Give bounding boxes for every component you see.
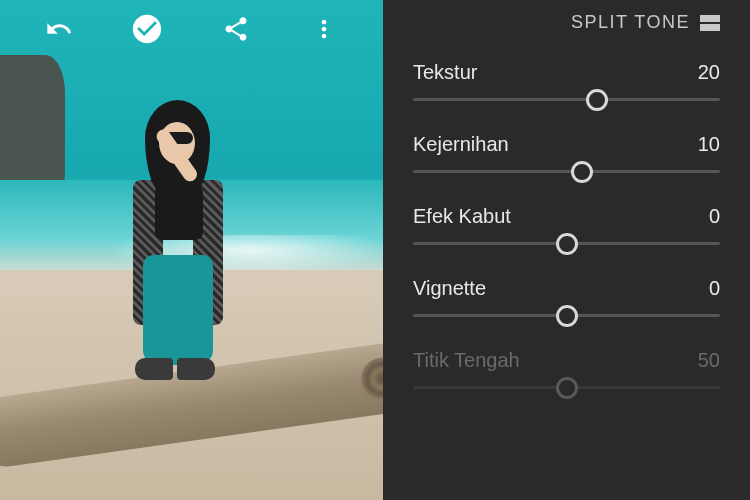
slider-thumb[interactable] — [586, 89, 608, 111]
slider-label: Efek Kabut — [413, 205, 511, 228]
panel-tab-header: SPLIT TONE — [383, 0, 750, 53]
menu-icon[interactable] — [305, 10, 343, 48]
slider-titik-tengah: Titik Tengah 50 — [413, 349, 720, 389]
top-toolbar — [0, 10, 383, 48]
slider-kejernihan: Kejernihan 10 — [413, 133, 720, 173]
slider-track[interactable] — [413, 98, 720, 101]
photo-scene — [0, 0, 383, 500]
tab-split-tone[interactable]: SPLIT TONE — [571, 12, 720, 33]
slider-thumb[interactable] — [556, 305, 578, 327]
slider-efek-kabut: Efek Kabut 0 — [413, 205, 720, 245]
slider-label: Kejernihan — [413, 133, 509, 156]
slider-list: Tekstur 20 Kejernihan 10 Efek Kabut 0 — [383, 53, 750, 500]
slider-label: Vignette — [413, 277, 486, 300]
image-preview-panel — [0, 0, 383, 500]
slider-value: 20 — [698, 61, 720, 84]
slider-value: 0 — [709, 205, 720, 228]
slider-track — [413, 386, 720, 389]
tab-label: SPLIT TONE — [571, 12, 690, 33]
slider-tekstur: Tekstur 20 — [413, 61, 720, 101]
slider-thumb[interactable] — [571, 161, 593, 183]
slider-value: 0 — [709, 277, 720, 300]
undo-icon[interactable] — [40, 10, 78, 48]
slider-label: Tekstur — [413, 61, 477, 84]
slider-track[interactable] — [413, 242, 720, 245]
effects-controls-panel: SPLIT TONE Tekstur 20 Kejernihan 10 — [383, 0, 750, 500]
slider-track[interactable] — [413, 314, 720, 317]
slider-value: 10 — [698, 133, 720, 156]
slider-thumb — [556, 377, 578, 399]
slider-thumb[interactable] — [556, 233, 578, 255]
confirm-icon[interactable] — [128, 10, 166, 48]
slider-value: 50 — [698, 349, 720, 372]
slider-label: Titik Tengah — [413, 349, 520, 372]
slider-track[interactable] — [413, 170, 720, 173]
split-tone-icon — [700, 15, 720, 31]
share-icon[interactable] — [217, 10, 255, 48]
slider-vignette: Vignette 0 — [413, 277, 720, 317]
